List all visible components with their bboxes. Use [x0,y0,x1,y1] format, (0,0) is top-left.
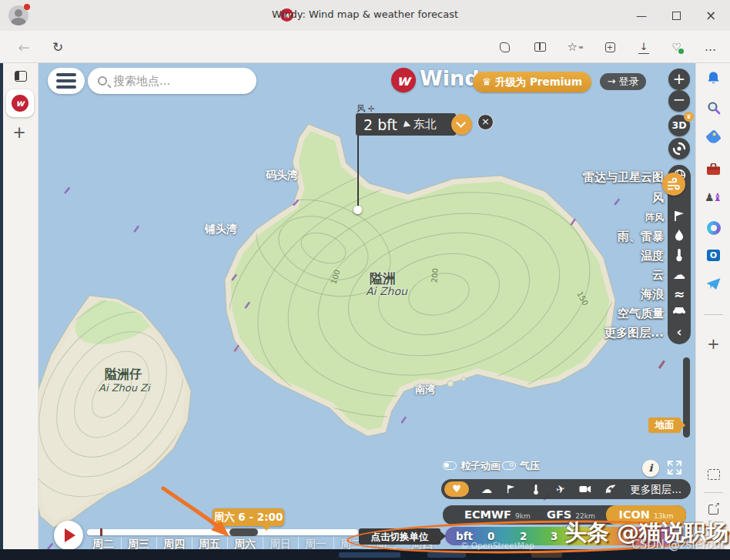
layer-label-rain[interactable]: 雨、雷暴 [618,230,664,244]
layer-label-more[interactable]: 更多图层... [604,326,664,340]
sidebar-search-icon[interactable] [696,101,730,115]
thermometer-icon[interactable] [526,479,546,499]
layer-label-temp[interactable]: 温度 [641,249,664,263]
waves-icon[interactable]: ≈ [668,287,691,302]
unit-switch-badge[interactable]: 点击切换单位 [359,528,440,545]
radar-icon[interactable] [600,479,620,499]
airplane-icon[interactable]: ✈ [549,478,573,501]
favorites-bar-icon[interactable]: ☆≡ [565,31,585,63]
day-mon[interactable]: 周一 [299,538,333,549]
taskbar-item [427,552,466,558]
windsock-icon[interactable] [501,479,521,499]
air-quality-car-icon[interactable] [668,305,691,315]
info-button[interactable]: i [642,460,659,477]
tab-panel-icon[interactable] [15,71,27,82]
temperature-icon[interactable] [668,248,691,262]
search-icon [98,76,107,86]
day-fri[interactable]: 周五 [193,538,226,549]
picker-expand-button[interactable] [451,114,472,135]
downloads-icon[interactable]: ↓ [634,31,654,63]
browser-window: w Windy: Wind map & weather forecast — ×… [0,0,730,560]
search-box[interactable]: 搜索地点... [88,68,256,94]
windy-tab-favicon: w [12,95,28,112]
screenshot-icon[interactable] [696,469,730,480]
outlook-icon[interactable]: O [696,250,730,261]
collapse-chevron-icon[interactable]: ‹ [668,324,691,340]
collections-icon[interactable]: + [600,31,620,63]
layer-label-air[interactable]: 空气质量 [618,307,664,321]
play-button[interactable] [54,521,83,549]
bay-label-putouwan: 铺头湾 [205,223,237,236]
day-divider [227,537,228,549]
new-tab-button[interactable]: + [10,123,28,142]
premium-crown-badge: ♛ [684,112,694,122]
picker-close-button[interactable]: × [477,114,494,130]
weather-icon[interactable]: ☁ [477,479,497,499]
layer-label-wind[interactable]: 风 [652,191,664,206]
split-screen-icon[interactable] [530,31,550,63]
day-tue1[interactable]: 周二 [86,538,120,549]
games-chess-icon[interactable]: ♟♝ [696,191,730,203]
fullscreen-icon[interactable] [667,460,682,475]
favorites-heart-icon[interactable]: ♥ [444,481,469,497]
wind-layer-icon[interactable] [662,173,685,196]
layer-label-clouds[interactable]: 云 [652,268,664,283]
picker-map-marker[interactable] [353,206,362,214]
toggle-icon [443,461,457,470]
zoom-out-button[interactable]: − [668,90,690,112]
layer-label-gust[interactable]: 阵风 [645,211,664,224]
premium-button[interactable]: ♛ 升级为 Premium [473,72,591,92]
wind-color-scale[interactable]: bft 0 2 3 [445,527,695,545]
copilot-icon[interactable] [696,221,730,235]
login-button[interactable]: → 登录 [600,73,646,90]
rain-droplet-icon[interactable] [668,229,691,241]
title-bar: w Windy: Wind map & weather forecast — × [0,0,730,31]
maximize-button[interactable] [665,6,688,25]
minimize-button[interactable]: — [630,6,653,25]
model-icon-active[interactable]: ICON 13km [606,505,686,525]
extensions-icon[interactable] [494,31,514,63]
timeline-track[interactable] [87,529,358,535]
day-sat[interactable]: 周六 [228,538,262,549]
telegram-icon[interactable] [696,278,730,290]
refresh-icon[interactable]: ↻ [48,31,68,63]
day-thu[interactable]: 周四 [157,538,191,549]
map-canvas[interactable]: 码头湾 铺头湾 南湾 隘洲 Ai Zhou 隘洲仔 Ai Zhou Zi 100… [39,63,695,549]
close-button[interactable]: × [699,6,722,25]
particle-animation-toggle[interactable]: 粒子动画 [443,459,501,473]
sidebar-add-icon[interactable]: + [696,334,730,353]
model-ecmwf[interactable]: ECMWF 9km [464,508,531,521]
layer-label-radar[interactable]: 雷达与卫星云图 [583,170,664,185]
scale-tick-3: 3 [551,530,558,542]
day-divider [333,537,334,549]
back-icon[interactable]: ← [14,31,34,63]
timeline-now-marker [100,528,102,536]
model-gfs[interactable]: GFS 22km [547,508,595,521]
notifications-bell-icon[interactable] [696,71,730,85]
hurricane-tracker-button[interactable] [668,138,690,159]
search-placeholder: 搜索地点... [113,74,170,89]
webcam-icon[interactable] [575,479,595,499]
more-layers-link[interactable]: 更多图层... [630,483,681,497]
timeline-playhead[interactable] [229,528,258,536]
windy-logo-icon[interactable]: w [391,68,416,92]
wind-value: 2 bft [363,116,397,133]
day-sun[interactable]: 周日 [263,538,297,549]
settings-menu-icon[interactable]: … [701,31,721,63]
toolbox-icon[interactable] [696,163,730,176]
surface-level-button[interactable]: 地面 [648,417,681,433]
zoom-in-button[interactable]: + [668,69,690,90]
clouds-icon[interactable]: ☁ [668,267,691,282]
open-external-icon[interactable]: ↗ [696,505,730,515]
browser-essentials-icon[interactable]: ♡ [669,31,689,63]
layer-label-waves[interactable]: 海浪 [641,287,664,302]
shopping-tag-icon[interactable] [696,132,730,143]
wind-picker-popup[interactable]: 2 bft ▶ 东北 [356,113,456,136]
menu-hamburger[interactable] [48,68,85,94]
windy-tab[interactable]: w [6,89,34,117]
pressure-toggle[interactable]: 气压 [502,459,540,473]
day-wed1[interactable]: 周三 [122,538,156,549]
scale-tick-2: 2 [520,530,527,542]
gust-windsock-icon[interactable] [668,210,691,222]
day-divider [156,537,157,549]
